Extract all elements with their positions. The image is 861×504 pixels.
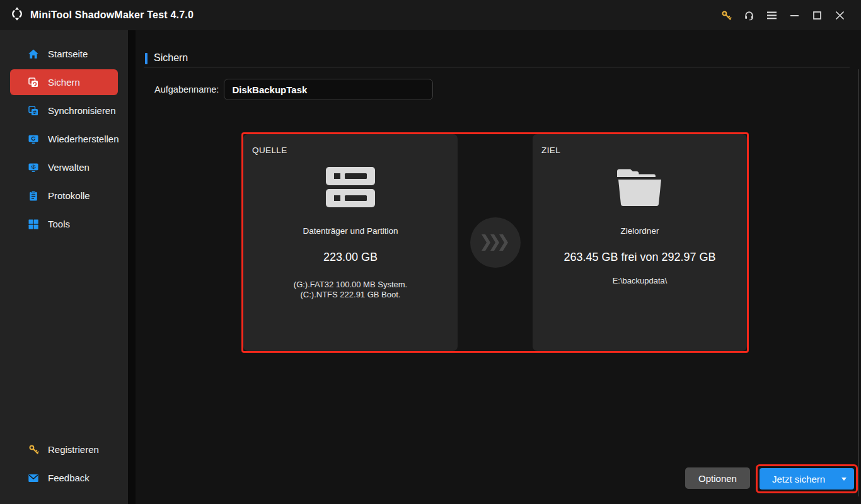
dropdown-arrow-icon[interactable]	[841, 478, 847, 481]
minimize-button[interactable]	[783, 4, 806, 26]
destination-card-heading: ZIEL	[541, 146, 560, 155]
sidebar-item-label: Registrieren	[48, 444, 99, 455]
sidebar-item-label: Protokolle	[48, 190, 90, 201]
app-window: MiniTool ShadowMaker Test 4.7.0	[0, 0, 861, 504]
sidebar-item-registrieren[interactable]: Registrieren	[0, 435, 128, 464]
backup-now-label: Jetzt sichern	[772, 474, 825, 484]
backup-direction-arrow	[470, 217, 521, 268]
envelope-icon	[28, 472, 39, 484]
sidebar-divider	[128, 30, 136, 504]
sidebar-nav: Startseite Sichern	[0, 30, 128, 238]
titlebar-actions	[715, 4, 851, 26]
register-key-button[interactable]	[715, 4, 737, 26]
hamburger-menu-button[interactable]	[760, 4, 783, 26]
close-button[interactable]	[828, 4, 851, 26]
destination-type-label: Zielordner	[533, 226, 747, 236]
sidebar-item-verwalten[interactable]: Verwalten	[0, 153, 128, 181]
source-dest-highlight: QUELLE Datenträger und Partition 223.00 …	[241, 132, 749, 353]
backup-icon	[28, 77, 39, 88]
source-card-heading: QUELLE	[252, 146, 287, 155]
source-type-label: Datenträger und Partition	[243, 226, 458, 236]
options-button[interactable]: Optionen	[685, 467, 750, 489]
source-size: 223.00 GB	[243, 251, 458, 264]
window-title: MiniTool ShadowMaker Test 4.7.0	[30, 9, 194, 21]
disk-icon	[243, 167, 458, 207]
maximize-button[interactable]	[806, 4, 828, 26]
titlebar: MiniTool ShadowMaker Test 4.7.0	[0, 0, 861, 30]
sidebar: Startseite Sichern	[0, 30, 128, 504]
sidebar-item-label: Wiederherstellen	[48, 134, 119, 144]
task-name-input[interactable]	[224, 79, 433, 100]
sidebar-item-label: Feedback	[48, 472, 90, 483]
sidebar-item-sichern[interactable]: Sichern	[10, 69, 118, 95]
sidebar-footer: Registrieren Feedback	[0, 435, 128, 492]
sidebar-item-label: Synchronisieren	[48, 105, 116, 116]
titlebar-left: MiniTool ShadowMaker Test 4.7.0	[10, 7, 194, 23]
sidebar-item-label: Startseite	[48, 49, 88, 59]
restore-icon	[28, 134, 39, 145]
main-content: Sichern Aufgabenname: QUELLE	[136, 30, 861, 504]
page-title-accent-bar	[145, 53, 147, 64]
task-name-row: Aufgabenname:	[154, 79, 433, 100]
sidebar-item-feedback[interactable]: Feedback	[0, 464, 128, 492]
manage-icon	[28, 162, 39, 173]
sidebar-item-label: Verwalten	[48, 162, 90, 173]
sidebar-item-synchronisieren[interactable]: Synchronisieren	[0, 96, 128, 125]
sync-icon	[28, 105, 39, 117]
destination-path: E:\backupdata\	[533, 276, 747, 285]
backup-now-button[interactable]: Jetzt sichern	[760, 468, 854, 490]
sidebar-item-wiederherstellen[interactable]: Wiederherstellen	[0, 125, 128, 153]
task-name-label: Aufgabenname:	[154, 84, 219, 94]
destination-free-space: 263.45 GB frei von 292.97 GB	[533, 251, 747, 264]
source-card[interactable]: QUELLE Datenträger und Partition 223.00 …	[243, 134, 458, 351]
source-partition-line: (G:).FAT32 100.00 MB System.	[243, 280, 458, 290]
source-partition-line: (C:).NTFS 222.91 GB Boot.	[243, 290, 458, 300]
destination-card[interactable]: ZIEL Zielordner 263.45 GB frei von 292.9…	[533, 134, 747, 351]
header-separator	[144, 67, 850, 67]
key-icon	[28, 444, 39, 455]
backup-now-highlight: Jetzt sichern	[756, 464, 858, 493]
scrollbar-track[interactable]	[858, 69, 859, 496]
sidebar-item-label: Tools	[48, 219, 70, 229]
sidebar-item-tools[interactable]: Tools	[0, 210, 128, 238]
folder-icon	[533, 167, 747, 206]
page-title: Sichern	[154, 52, 188, 64]
sidebar-item-label: Sichern	[48, 77, 80, 88]
support-headset-button[interactable]	[737, 4, 760, 26]
sidebar-item-protokolle[interactable]: Protokolle	[0, 181, 128, 210]
sidebar-item-startseite[interactable]: Startseite	[0, 40, 128, 68]
logs-icon	[28, 190, 39, 202]
source-partition-details: (G:).FAT32 100.00 MB System. (C:).NTFS 2…	[243, 280, 458, 300]
tools-icon	[28, 219, 39, 230]
app-logo-icon	[10, 7, 24, 23]
home-icon	[28, 49, 39, 60]
